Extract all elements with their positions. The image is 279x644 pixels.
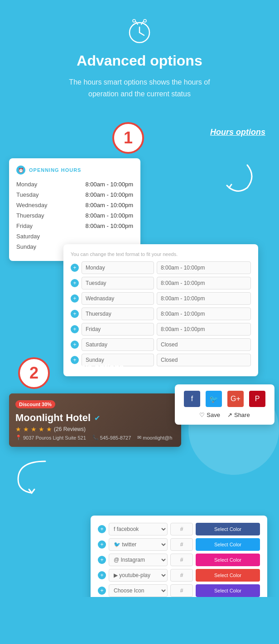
heart-icon: ♡: [199, 412, 205, 418]
color-select-button-twitter[interactable]: Select Color: [196, 538, 260, 551]
add-row-button[interactable]: +: [71, 279, 79, 287]
svg-point-5: [133, 19, 135, 22]
googleplus-share-button[interactable]: G+: [227, 391, 244, 407]
share-actions: ♡ Save ↗ Share: [184, 412, 265, 418]
hotel-card-inner: Discount 30% Moonlight Hotel ✔ ★ ★ ★ ★ ★…: [9, 393, 181, 447]
clock-small-icon: ⏰: [16, 166, 25, 175]
add-row-button[interactable]: +: [71, 310, 79, 318]
time-input[interactable]: [157, 308, 251, 320]
day-input[interactable]: [82, 323, 154, 336]
share-icons-row: f 🐦 G+ P: [184, 391, 265, 407]
add-social-button[interactable]: +: [98, 571, 106, 579]
social-hash-input[interactable]: [170, 584, 193, 597]
hotel-name: Moonlight Hotel: [15, 412, 91, 424]
social-row-facebook: + f facebook Select Color: [98, 523, 260, 535]
color-select-button-facebook[interactable]: Select Color: [196, 523, 260, 535]
hotel-email: ✉ moonlight@h: [137, 435, 172, 440]
time-input[interactable]: [157, 277, 251, 289]
day-input[interactable]: [82, 292, 154, 305]
table-row: Friday 8:00am - 10:00pm: [16, 223, 133, 229]
star-icon: ★: [23, 426, 29, 433]
hours-section: 1 Hours options ⏰ OPENNING HOURS Monday …: [0, 113, 279, 348]
share-icon: ↗: [227, 412, 232, 418]
stars-row: ★ ★ ★ ★ ★ (26 Reviews): [15, 426, 175, 433]
table-row: Wednesday 8:00am - 10:00pm: [16, 202, 133, 208]
pinterest-share-button[interactable]: P: [249, 391, 265, 407]
svg-line-2: [140, 33, 144, 35]
socials-options-label: Socials options: [63, 363, 124, 372]
social-row-youtube: + ▶ youtube-play Select Color: [98, 569, 260, 582]
add-row-button[interactable]: +: [71, 341, 79, 349]
table-row: Saturday: [16, 233, 133, 240]
review-count: (26 Reviews): [54, 426, 86, 432]
social-edit-card: + f facebook Select Color + 🐦 twitter Se…: [91, 516, 267, 597]
time-input[interactable]: [157, 292, 251, 305]
day-input[interactable]: [82, 261, 154, 274]
table-row: Tuesday 8:00am - 10:00pm: [16, 191, 133, 198]
hotel-phone: 📞 545-985-8727: [92, 435, 131, 440]
edit-row: +: [71, 277, 251, 289]
edit-row: +: [71, 323, 251, 336]
header-section: Advanced options The hours smart options…: [0, 0, 279, 113]
add-row-button[interactable]: +: [71, 264, 79, 272]
table-row: Monday 8:00am - 10:00pm: [16, 181, 133, 188]
facebook-share-button[interactable]: f: [184, 391, 200, 407]
arrow-decoration-1: [220, 158, 256, 194]
phone-icon: 📞: [92, 435, 99, 440]
star-icon: ★: [46, 426, 52, 433]
add-social-button[interactable]: +: [98, 525, 106, 533]
social-row-custom: + Choose Icon Select Color: [98, 584, 260, 597]
hours-options-label: Hours options: [210, 128, 265, 137]
badge-1: 1: [112, 122, 144, 154]
add-row-button[interactable]: +: [71, 325, 79, 333]
add-social-button[interactable]: +: [98, 556, 106, 564]
clock-icon: [126, 18, 153, 45]
star-icon: ★: [31, 426, 37, 433]
color-select-button-instagram[interactable]: Select Color: [196, 554, 260, 566]
add-row-button[interactable]: +: [71, 294, 79, 303]
verified-icon: ✔: [94, 414, 100, 422]
social-hash-input[interactable]: [170, 523, 193, 535]
hotel-card: Discount 30% Moonlight Hotel ✔ ★ ★ ★ ★ ★…: [9, 393, 181, 447]
star-icon: ★: [15, 426, 21, 433]
day-input[interactable]: [82, 277, 154, 289]
day-input[interactable]: [82, 308, 154, 320]
socials-section: 2 Socials options Discount 30% Moonlight…: [0, 348, 279, 597]
save-button[interactable]: ♡ Save: [199, 412, 220, 418]
social-select-facebook[interactable]: f facebook: [109, 523, 168, 535]
arrow-decoration-2: [9, 452, 54, 497]
add-social-button[interactable]: +: [98, 587, 106, 595]
add-social-button[interactable]: +: [98, 540, 106, 549]
color-select-button-custom[interactable]: Select Color: [196, 584, 260, 597]
social-row-twitter: + 🐦 twitter Select Color: [98, 538, 260, 551]
share-button[interactable]: ↗ Share: [227, 412, 250, 418]
discount-badge: Discount 30%: [15, 400, 55, 408]
social-row-instagram: + @ Instagram Select Color: [98, 554, 260, 566]
hotel-meta: 📍 9037 Pouros Light Suite 521 📞 545-985-…: [15, 435, 175, 440]
edit-hint: You can change the text format to fit yo…: [71, 251, 251, 257]
page-title: Advanced options: [9, 52, 270, 69]
hotel-name-row: Moonlight Hotel ✔: [15, 412, 175, 424]
social-select-instagram[interactable]: @ Instagram: [109, 554, 168, 566]
page-subtitle: The hours smart options shows the hours …: [53, 76, 226, 99]
hotel-address: 📍 9037 Pouros Light Suite 521: [15, 435, 86, 440]
table-row: Thuersday 8:00am - 10:00pm: [16, 212, 133, 219]
svg-point-6: [144, 19, 146, 22]
star-icon: ★: [38, 426, 44, 433]
social-select-custom[interactable]: Choose Icon: [109, 584, 168, 597]
pin-icon: 📍: [15, 435, 22, 440]
color-select-button-youtube[interactable]: Select Color: [196, 569, 260, 582]
time-input[interactable]: [157, 261, 251, 274]
time-input[interactable]: [157, 323, 251, 336]
edit-row: +: [71, 308, 251, 320]
social-select-twitter[interactable]: 🐦 twitter: [109, 538, 168, 551]
email-icon: ✉: [137, 435, 141, 440]
twitter-share-button[interactable]: 🐦: [206, 391, 222, 407]
social-hash-input[interactable]: [170, 569, 193, 582]
social-hash-input[interactable]: [170, 554, 193, 566]
opening-hours-title: OPENNING HOURS: [29, 167, 81, 173]
opening-hours-header: ⏰ OPENNING HOURS: [16, 166, 133, 175]
social-share-panel: f 🐦 G+ P ♡ Save ↗ Share: [175, 384, 274, 425]
social-select-youtube[interactable]: ▶ youtube-play: [109, 569, 168, 582]
social-hash-input[interactable]: [170, 538, 193, 551]
